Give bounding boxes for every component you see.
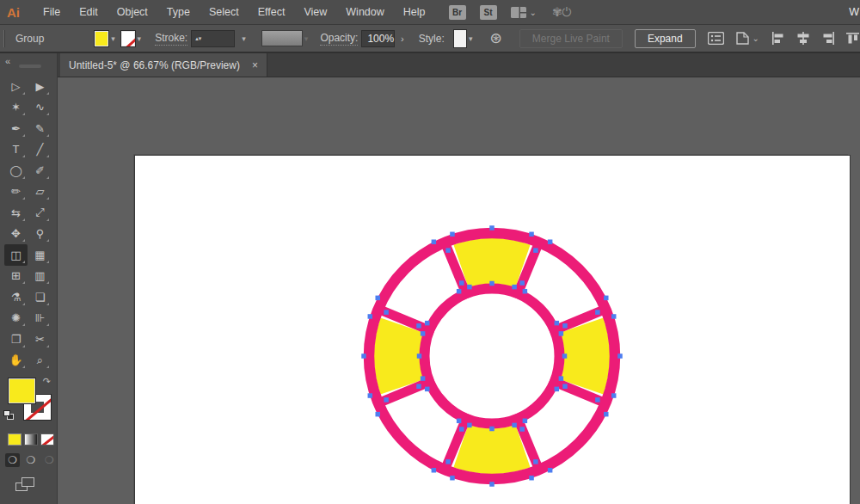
align-right-button[interactable] <box>821 32 835 45</box>
anchor-point[interactable] <box>548 468 553 473</box>
document-tab[interactable]: Untitled-5* @ 66.67% (RGB/Preview) × <box>60 53 267 77</box>
anchor-point[interactable] <box>450 476 455 481</box>
ellipse-tool[interactable]: ◯ <box>4 160 28 181</box>
width-tool[interactable]: ✥ <box>4 224 28 245</box>
anchor-point[interactable] <box>425 387 430 392</box>
anchor-point[interactable] <box>467 423 472 428</box>
column-graph-tool[interactable]: ⊪ <box>28 308 52 329</box>
shaper-tool[interactable]: ✏ <box>4 181 28 203</box>
anchor-point[interactable] <box>611 314 617 319</box>
menu-select[interactable]: Select <box>200 0 249 24</box>
selection-tool[interactable]: ▷ <box>4 76 28 97</box>
lifebuoy-inner-ring[interactable] <box>425 289 560 424</box>
line-segment-tool[interactable]: ╱ <box>28 139 52 161</box>
anchor-point[interactable] <box>457 419 462 424</box>
anchor-point[interactable] <box>519 427 525 432</box>
eraser-tool[interactable]: ▱ <box>28 181 52 203</box>
mesh-tool[interactable]: ⊞ <box>4 266 28 287</box>
anchor-point[interactable] <box>375 296 380 301</box>
draw-behind-button[interactable]: ❍ <box>23 453 38 467</box>
align-left-button[interactable] <box>771 32 785 45</box>
anchor-point[interactable] <box>425 321 430 326</box>
anchor-point[interactable] <box>559 376 564 381</box>
curvature-tool[interactable]: ✎ <box>28 118 52 139</box>
anchor-point[interactable] <box>519 280 525 286</box>
anchor-point[interactable] <box>604 412 609 417</box>
anchor-point[interactable] <box>384 310 389 315</box>
fill-swatch[interactable] <box>8 378 36 404</box>
anchor-point[interactable] <box>375 412 380 417</box>
symbol-sprayer-tool[interactable]: ✺ <box>4 308 28 329</box>
anchor-point[interactable] <box>432 468 437 473</box>
panel-drag-grip[interactable] <box>19 65 41 68</box>
gradient-tool[interactable]: ▥ <box>28 266 52 287</box>
default-fill-stroke-button[interactable] <box>3 410 14 420</box>
anchor-point[interactable] <box>445 459 451 464</box>
gradient-button[interactable] <box>24 433 38 446</box>
anchor-point[interactable] <box>611 393 617 398</box>
menu-view[interactable]: View <box>294 0 336 24</box>
change-screen-mode-button[interactable] <box>15 477 34 491</box>
style-swatch[interactable] <box>453 29 467 48</box>
anchor-point[interactable] <box>523 289 528 294</box>
anchor-point[interactable] <box>384 397 389 403</box>
gpu-performance-icon[interactable]: ✾⏻ <box>552 5 572 20</box>
align-top-button[interactable] <box>846 32 860 45</box>
recolor-artwork-icon[interactable]: ⊛ <box>490 29 502 47</box>
collapse-panel-button[interactable]: « <box>5 56 10 66</box>
color-button[interactable] <box>8 433 22 446</box>
stepper-arrows-icon[interactable]: ▴▾ <box>192 36 205 40</box>
anchor-point[interactable] <box>450 232 455 237</box>
anchor-point[interactable] <box>445 248 451 253</box>
anchor-point[interactable] <box>467 285 472 290</box>
anchor-point[interactable] <box>562 323 568 329</box>
none-button[interactable] <box>40 433 54 446</box>
pasteboard[interactable] <box>58 77 860 504</box>
close-tab-button[interactable]: × <box>252 59 258 71</box>
shape-builder-tool[interactable]: ◫ <box>4 244 28 266</box>
anchor-point[interactable] <box>489 225 494 230</box>
width-profile-dropdown[interactable] <box>261 30 303 46</box>
anchor-point[interactable] <box>604 296 609 301</box>
swap-fill-stroke-button[interactable]: ↷ <box>43 376 51 387</box>
anchor-point[interactable] <box>421 376 426 381</box>
zoom-tool[interactable]: ⌕ <box>28 350 52 372</box>
anchor-point[interactable] <box>416 323 421 329</box>
lifebuoy-artwork[interactable] <box>346 210 638 502</box>
scale-tool[interactable]: ⤢ <box>28 202 52 224</box>
anchor-point[interactable] <box>457 289 462 294</box>
anchor-point[interactable] <box>617 353 623 359</box>
arrange-documents-button[interactable]: ⌄ <box>511 7 537 18</box>
stroke-panel-link[interactable]: Stroke: <box>155 32 187 46</box>
perspective-grid-tool[interactable]: ▦ <box>28 244 52 266</box>
eyedropper-tool[interactable]: ⚗ <box>4 286 28 308</box>
opacity-panel-link[interactable]: Opacity: <box>320 32 358 46</box>
puppet-warp-tool[interactable]: ⚲ <box>28 224 52 245</box>
anchor-point[interactable] <box>416 384 421 389</box>
anchor-point[interactable] <box>559 331 564 336</box>
align-center-button[interactable] <box>796 32 810 45</box>
bridge-button[interactable]: Br <box>449 5 466 20</box>
anchor-point[interactable] <box>595 310 600 315</box>
anchor-point[interactable] <box>512 423 517 428</box>
anchor-point[interactable] <box>595 397 600 403</box>
draw-normal-button[interactable]: ❍ <box>5 453 20 467</box>
menu-window[interactable]: Window <box>336 0 393 24</box>
anchor-point[interactable] <box>529 476 534 481</box>
anchor-point[interactable] <box>562 353 568 359</box>
anchor-point[interactable] <box>555 387 560 392</box>
anchor-point[interactable] <box>555 321 560 326</box>
expand-button[interactable]: Expand <box>635 29 696 48</box>
anchor-point[interactable] <box>421 331 426 336</box>
anchor-point[interactable] <box>533 248 538 253</box>
anchor-point[interactable] <box>368 393 373 398</box>
anchor-point[interactable] <box>459 427 464 432</box>
blend-tool[interactable]: ❏ <box>28 286 52 308</box>
type-tool[interactable]: T <box>4 139 28 161</box>
anchor-point[interactable] <box>368 314 373 319</box>
stock-button[interactable]: St <box>480 5 497 20</box>
menu-edit[interactable]: Edit <box>70 0 108 24</box>
menu-type[interactable]: Type <box>157 0 200 24</box>
anchor-point[interactable] <box>529 232 534 237</box>
anchor-point[interactable] <box>459 280 464 286</box>
